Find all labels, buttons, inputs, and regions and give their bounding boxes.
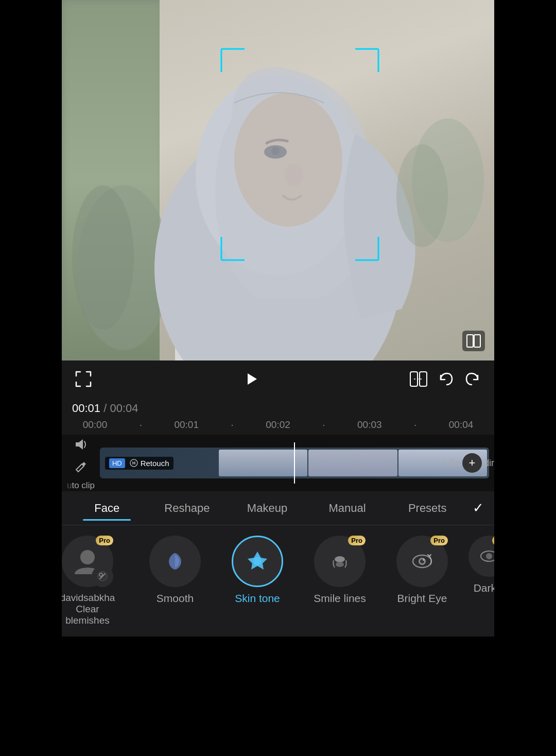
tab-presets[interactable]: Presets	[387, 496, 467, 520]
effects-row: Pro davidsabkha Clear blemishes	[62, 525, 494, 637]
play-button[interactable]	[240, 368, 263, 390]
smile-lines-icon-wrap: Pro	[314, 536, 366, 587]
marker-dot-2: ·	[301, 419, 346, 431]
bg-left	[62, 0, 165, 360]
track-left-controls: uto clip	[67, 435, 95, 491]
undo-button[interactable]	[435, 368, 457, 390]
smooth-label: Smooth	[157, 592, 194, 605]
add-clip-button[interactable]: +	[462, 453, 482, 473]
playback-controls	[240, 368, 263, 390]
dir-label: dir	[484, 458, 494, 469]
auto-clip-label: uto clip	[67, 480, 95, 491]
volume-button[interactable]	[72, 435, 90, 454]
effect-dark-circles[interactable]: Pro Dark c	[463, 536, 494, 594]
video-canvas	[62, 0, 494, 360]
effect-bright-eye[interactable]: Pro Bright Eye	[381, 536, 463, 605]
hd-badge: HD	[109, 458, 125, 468]
effect-label-clear: davidsabkha Clear blemishes	[62, 592, 115, 626]
add-clip-area[interactable]: + Ad + dir	[441, 453, 494, 473]
avatar-combo: Pro	[62, 536, 113, 587]
add-label: + Ad	[441, 458, 460, 469]
compare-icon-btn[interactable]	[408, 368, 430, 390]
svg-point-28	[335, 556, 345, 562]
svg-point-27	[253, 557, 262, 565]
skin-tone-label: Skin tone	[235, 592, 280, 605]
tab-face[interactable]: Face	[67, 496, 147, 520]
tab-makeup[interactable]: Makeup	[227, 496, 307, 520]
svg-rect-19	[467, 335, 473, 347]
track-clips[interactable]: HD Retouch	[100, 442, 489, 484]
effect-smile-lines[interactable]: Pro Smile lines	[299, 536, 381, 605]
dark-circles-label: Dark c	[474, 582, 494, 594]
svg-point-33	[423, 559, 425, 561]
app-wrapper: 00:01 / 00:04 00:00 · 00:01 · 00:02 · 00…	[0, 0, 556, 756]
bottom-panel: Face Reshape Makeup Manual Presets ✓	[62, 491, 494, 637]
timeline-area: 00:01 / 00:04 00:00 · 00:01 · 00:02 · 00…	[62, 398, 494, 435]
tab-reshape[interactable]: Reshape	[147, 496, 228, 520]
fullscreen-button[interactable]	[72, 368, 95, 390]
tabs-row: Face Reshape Makeup Manual Presets ✓	[62, 491, 494, 525]
track-area: uto clip HD Retouch	[62, 435, 494, 491]
pro-badge-eye: Pro	[430, 536, 448, 545]
effect-skin-tone[interactable]: Skin tone	[216, 536, 299, 605]
marker-dot-1: ·	[210, 419, 255, 431]
marker-2: 00:02	[255, 419, 301, 431]
playhead	[294, 442, 295, 484]
confirm-button[interactable]: ✓	[467, 495, 489, 521]
total-time: 00:04	[110, 402, 138, 415]
edit-track-button[interactable]	[72, 458, 90, 476]
svg-point-24	[80, 550, 95, 564]
pro-badge-smile: Pro	[348, 536, 366, 545]
marker-4: 00:04	[438, 419, 484, 431]
marker-0: 00:00	[72, 419, 118, 431]
marker-1: 00:01	[164, 419, 210, 431]
time-markers: 00:00 · 00:01 · 00:02 · 00:03 · 00:04	[72, 419, 484, 435]
clip-label: Retouch	[141, 459, 169, 468]
controls-bar	[62, 360, 494, 398]
time-display: 00:01 / 00:04	[72, 402, 484, 415]
compare-button[interactable]	[462, 331, 485, 351]
smile-lines-label: Smile lines	[314, 592, 366, 605]
time-separator: /	[100, 402, 110, 415]
blemish-icon	[92, 565, 113, 587]
marker-dot-3: ·	[392, 419, 438, 431]
smooth-icon-wrap	[149, 536, 201, 587]
bg-main	[160, 0, 494, 360]
clip-badge: HD Retouch	[105, 457, 173, 470]
redo-button[interactable]	[461, 368, 484, 390]
bright-eye-label: Bright Eye	[397, 592, 447, 605]
pro-badge-clear: Pro	[96, 536, 113, 545]
marker-dot-0: ·	[118, 419, 164, 431]
effect-smooth[interactable]: Smooth	[134, 536, 216, 605]
svg-point-29	[336, 562, 344, 567]
current-time: 00:01	[72, 402, 100, 415]
tab-manual[interactable]: Manual	[307, 496, 388, 520]
skin-tone-icon-wrap	[232, 536, 283, 587]
effect-clear-blemishes[interactable]: Pro davidsabkha Clear blemishes	[62, 536, 124, 626]
dark-circles-icon-wrap: Pro	[468, 536, 494, 577]
pro-badge-dark: Pro	[492, 536, 494, 545]
edit-controls	[408, 368, 484, 390]
main-content: 00:01 / 00:04 00:00 · 00:01 · 00:02 · 00…	[62, 0, 494, 637]
video-scene	[62, 0, 494, 360]
bright-eye-icon-wrap: Pro	[396, 536, 448, 587]
marker-3: 00:03	[346, 419, 392, 431]
svg-point-35	[486, 553, 492, 559]
svg-rect-20	[474, 335, 480, 347]
